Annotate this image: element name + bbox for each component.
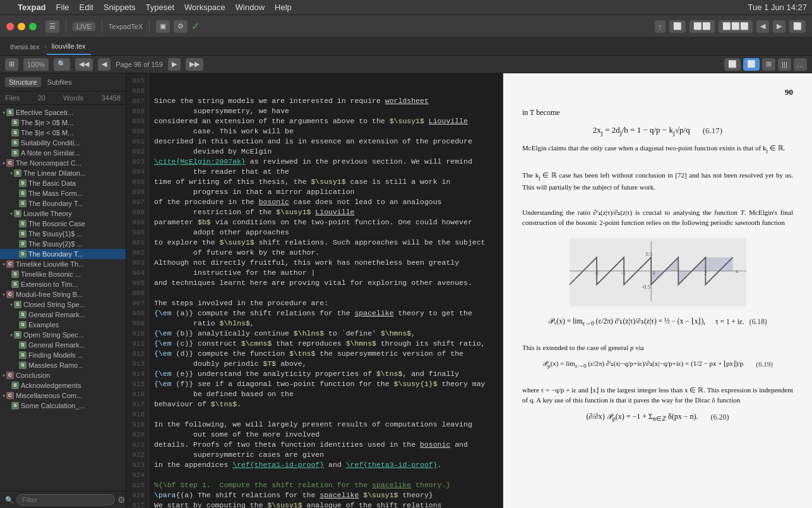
settings-button[interactable]: ⚙ xyxy=(174,20,188,33)
fullscreen-button[interactable]: ⬜ xyxy=(789,20,806,33)
chevron-icon: ▾ xyxy=(3,292,5,298)
live-badge: LIVE xyxy=(73,22,95,31)
tree-item[interactable]: SGeneral Remark... xyxy=(0,340,126,350)
menu-help[interactable]: Help xyxy=(275,3,292,12)
nav-back-button[interactable]: ◀ xyxy=(756,20,769,33)
tree-item[interactable]: ▾SLiouville Theory xyxy=(0,209,126,219)
tree-item[interactable]: SSome Calculation_... xyxy=(0,401,126,411)
tree-item[interactable]: ▾SClosed String Spe... xyxy=(0,299,126,310)
sidebar-tree: ▾SEffective Spaceti... SThe $|e > 0$ M..… xyxy=(0,105,126,491)
tree-item-label: The $|e < 0$ M... xyxy=(21,129,73,136)
gear-icon[interactable]: ⚙ xyxy=(117,495,126,505)
nav-forward-button[interactable]: ▶ xyxy=(773,20,785,33)
eq-618-number: (6.18) xyxy=(749,318,767,325)
single-pane-button[interactable]: ⬜ xyxy=(669,20,686,33)
filter-input[interactable] xyxy=(16,494,115,505)
grid-view-button[interactable]: ⊞ xyxy=(5,58,18,71)
chevron-icon: ▾ xyxy=(3,160,5,166)
nav-last-button[interactable]: ▶▶ xyxy=(186,58,203,71)
toolbar-right: ↑ ⬜ ⬜⬜ ⬜⬜⬜ ◀ ▶ ⬜ xyxy=(655,20,806,33)
tree-item[interactable]: SExtension to Tim... xyxy=(0,279,126,289)
tree-item[interactable]: SExamples xyxy=(0,320,126,330)
toolbar-separator xyxy=(66,20,66,33)
words-count: 34458 xyxy=(101,94,121,102)
line-numbers: 8858868878888898908918928938948958968978… xyxy=(126,73,149,508)
menu-file[interactable]: File xyxy=(56,3,69,12)
tree-item[interactable]: ▾CMiscellaneous Com... xyxy=(0,390,126,401)
menu-workspace[interactable]: Workspace xyxy=(184,3,225,12)
tree-badge: S xyxy=(11,270,19,278)
menu-snippets[interactable]: Snippets xyxy=(104,3,136,12)
tree-item[interactable]: SThe $|e > 0$ M... xyxy=(0,118,126,128)
tree-item[interactable]: ▾SEffective Spaceti... xyxy=(0,107,126,118)
tree-item[interactable]: ▾CModuli-free String B... xyxy=(0,289,126,299)
tree-badge: C xyxy=(6,392,14,399)
sidebar-toggle-button[interactable]: ☰ xyxy=(45,20,59,33)
tree-item-label: General Remark... xyxy=(28,341,85,349)
typeset-button[interactable]: ▣ xyxy=(156,20,170,33)
tab-thesis[interactable]: thesis.tex xyxy=(5,38,44,55)
tree-badge: S xyxy=(19,250,27,258)
tree-item-label: Closed String Spe... xyxy=(23,301,85,308)
tree-item[interactable]: SThe Bosonic Case xyxy=(0,219,126,229)
tree-item[interactable]: SThe $\susy{1}$ ... xyxy=(0,229,126,239)
minimize-button[interactable] xyxy=(18,23,25,30)
tab-thesis-label: thesis.tex xyxy=(10,43,39,51)
menu-edit[interactable]: Edit xyxy=(80,3,93,12)
tree-item[interactable]: SThe $|e < 0$ M... xyxy=(0,128,126,138)
tab-structure[interactable]: Structure xyxy=(5,77,41,87)
tree-item[interactable]: ▾SOpen String Spec... xyxy=(0,330,126,340)
tree-item[interactable]: SMassless Ramo... xyxy=(0,360,126,370)
check-icon: ✓ xyxy=(191,20,200,32)
tree-item[interactable]: ▾CConclusion xyxy=(0,370,126,380)
editor-content[interactable]: Since the string models we are intereste… xyxy=(149,73,503,508)
tree-item[interactable]: SGeneral Remark... xyxy=(0,310,126,320)
chevron-icon: ▾ xyxy=(3,393,5,399)
three-pane-button[interactable]: ⬜⬜⬜ xyxy=(719,20,753,33)
nav-first-button[interactable]: ◀◀ xyxy=(75,58,93,71)
close-button[interactable] xyxy=(6,23,14,30)
split-pane-button[interactable]: ⬜⬜ xyxy=(690,20,715,33)
chevron-icon: ▾ xyxy=(10,171,13,176)
share-button[interactable]: ↑ xyxy=(655,20,666,33)
tree-item[interactable]: SSuitability Conditi... xyxy=(0,138,126,148)
tree-item[interactable]: ▾CThe Noncompact C... xyxy=(0,158,126,168)
tree-item-label: Some Calculation_... xyxy=(21,402,85,409)
tree-item[interactable]: SFinding Models ... xyxy=(0,350,126,360)
tree-item[interactable]: ▾SThe Linear Dilaton... xyxy=(0,168,126,178)
sidebar-stats: Files 20 Words 34458 xyxy=(0,92,126,105)
tab-subfiles[interactable]: Subfiles xyxy=(44,77,76,87)
preview-pane: 90 in T become 2xj = 2dj/b = 1 − q/p − k… xyxy=(503,73,812,508)
tree-item-label: Timelike Liouville Th... xyxy=(16,260,84,268)
tree-item[interactable]: SThe Boundary T... xyxy=(0,198,126,209)
zoom-in-button[interactable]: 🔍 xyxy=(54,58,70,71)
menu-typeset[interactable]: Typeset xyxy=(146,3,175,12)
view-btn-4[interactable]: ||| xyxy=(778,58,791,71)
view-btn-3[interactable]: ⊞ xyxy=(762,58,775,71)
tab-liouville-label: liouville.tex xyxy=(52,42,86,50)
editor-pane[interactable]: 8858868878888898908918928938948958968978… xyxy=(126,73,503,508)
tree-item-label: Massless Ramo... xyxy=(28,361,83,369)
tree-badge: S xyxy=(19,311,27,318)
tab-liouville[interactable]: liouville.tex xyxy=(47,38,91,55)
tree-item[interactable]: STimelike Bosonic ... xyxy=(0,269,126,279)
view-btn-1[interactable]: ⬜ xyxy=(724,58,741,71)
nav-prev-button[interactable]: ◀ xyxy=(98,58,110,71)
tree-item[interactable]: SThe $\susy{2}$ ... xyxy=(0,239,126,249)
tree-item[interactable]: SThe Basic Data xyxy=(0,178,126,188)
view-btn-5[interactable]: ... xyxy=(794,58,807,71)
tree-badge: S xyxy=(14,301,21,308)
maximize-button[interactable] xyxy=(29,23,37,30)
tree-item-label: The Bosonic Case xyxy=(28,220,85,227)
tree-item[interactable]: SA Note on Similar... xyxy=(0,148,126,158)
tree-item[interactable]: ▾CTimelike Liouville Th... xyxy=(0,259,126,269)
equation-619: 𝒫p(x) = limε→0 (ε/2π) ∂'₁(x|−q/p+iε)/∂₁(… xyxy=(522,360,793,369)
tree-item[interactable]: SThe Boundary T... xyxy=(0,249,126,259)
view-btn-2[interactable]: ⬜ xyxy=(743,58,760,71)
tree-item[interactable]: SThe Mass Form... xyxy=(0,188,126,198)
zoom-level-button[interactable]: 100% xyxy=(23,58,49,71)
menu-window[interactable]: Window xyxy=(236,3,265,12)
editor-scroll: 8858868878888898908918928938948958968978… xyxy=(126,73,503,508)
tree-item[interactable]: SAcknowledgements xyxy=(0,380,126,390)
nav-next-pg-button[interactable]: ▶ xyxy=(168,58,181,71)
